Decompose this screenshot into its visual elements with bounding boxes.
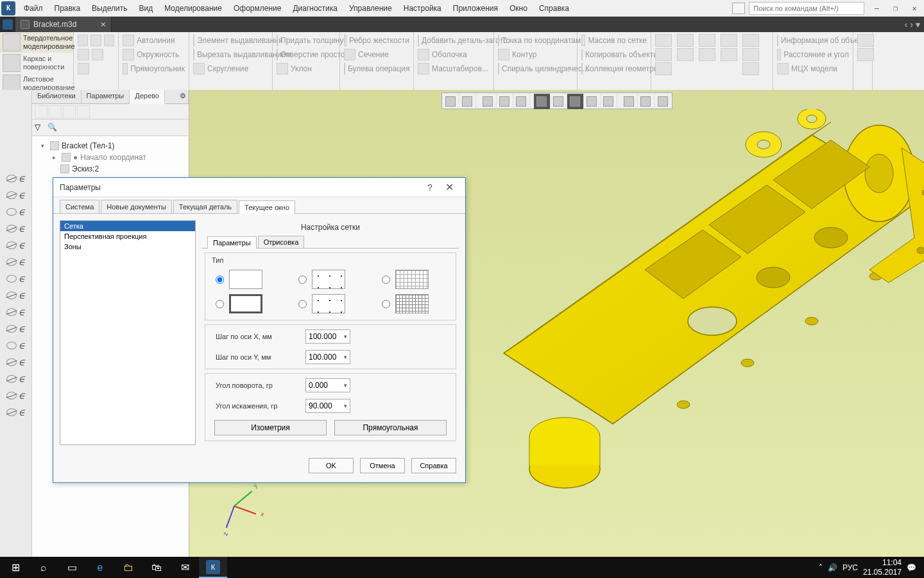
e-toggle-icon[interactable]: ∈ bbox=[18, 374, 24, 385]
tray-clock[interactable]: 11:04 21.05.2017 bbox=[863, 558, 902, 577]
tray-language[interactable]: РУС bbox=[843, 563, 858, 572]
ribbon-btn-add-part[interactable]: Добавить деталь-загото... bbox=[416, 33, 491, 48]
visibility-toggle-icon[interactable] bbox=[6, 275, 17, 283]
search-icon[interactable]: 🔍 bbox=[47, 123, 58, 133]
window-minimize-button[interactable]: — bbox=[868, 2, 885, 15]
vp-btn[interactable] bbox=[621, 94, 638, 109]
ribbon-btn-misc6[interactable] bbox=[697, 33, 717, 48]
ribbon-btn-copy-obj[interactable]: Копировать объекты bbox=[580, 48, 648, 62]
ribbon-btn-rectangle[interactable]: Прямоугольник bbox=[121, 62, 186, 76]
tray-volume-icon[interactable]: 🔊 bbox=[828, 563, 837, 572]
ribbon-btn-misc4[interactable] bbox=[676, 33, 695, 48]
vp-btn[interactable] bbox=[567, 94, 584, 109]
ribbon-btn-misc3[interactable] bbox=[654, 62, 673, 76]
doctab-nav-right-icon[interactable]: › bbox=[910, 19, 913, 30]
dialog-close-icon[interactable]: ✕ bbox=[440, 181, 459, 193]
vp-btn[interactable] bbox=[601, 94, 617, 109]
step-y-select[interactable]: 100.000▾ bbox=[305, 350, 350, 364]
ribbon-btn-spiral[interactable]: Спираль цилиндричес... bbox=[497, 62, 574, 76]
ribbon-btn-misc2[interactable] bbox=[654, 48, 673, 62]
grid-type-radio[interactable] bbox=[382, 300, 390, 308]
filter-icon[interactable]: ▽ bbox=[35, 123, 45, 133]
ribbon-btn-distance[interactable]: Расстояние и угол bbox=[776, 48, 850, 62]
tree-tb-btn[interactable] bbox=[63, 105, 76, 118]
dialog-tab-newdocs[interactable]: Новые документы bbox=[101, 200, 172, 213]
help-button[interactable]: Справка bbox=[411, 458, 456, 473]
task-view-button[interactable]: ▭ bbox=[58, 557, 86, 578]
ribbon-btn-circle[interactable]: Окружность bbox=[121, 48, 186, 62]
menu-management[interactable]: Управление bbox=[343, 1, 398, 15]
grid-type-radio[interactable] bbox=[298, 276, 307, 284]
dialog-tab-current-part[interactable]: Текущая деталь bbox=[173, 200, 237, 213]
ribbon-btn-misc12[interactable] bbox=[741, 62, 760, 76]
list-item-zones[interactable]: Зоны bbox=[60, 241, 195, 252]
ribbon-btn-misc7[interactable] bbox=[697, 48, 717, 62]
subtab-rendering[interactable]: Отрисовка bbox=[258, 236, 305, 248]
ribbon-btn-mass[interactable]: МЦХ модели bbox=[776, 62, 850, 76]
ribbon-btn-end1[interactable] bbox=[856, 33, 875, 48]
rectangular-button[interactable]: Прямоугольная bbox=[334, 420, 447, 435]
ok-button[interactable]: OK bbox=[309, 458, 354, 473]
menu-design[interactable]: Оформление bbox=[228, 1, 287, 15]
menu-window[interactable]: Окно bbox=[504, 1, 533, 15]
menu-settings[interactable]: Настройка bbox=[398, 1, 447, 15]
ribbon-btn-boolean[interactable]: Булева операция bbox=[343, 62, 411, 76]
ribbon-btn-contour[interactable]: Контур bbox=[497, 48, 574, 62]
menu-edit[interactable]: Правка bbox=[49, 1, 87, 15]
grid-type-radio[interactable] bbox=[216, 276, 224, 284]
ribbon-btn-draft[interactable]: Уклон bbox=[275, 62, 337, 76]
grid-type-option-4[interactable] bbox=[216, 294, 279, 313]
list-item-grid[interactable]: Сетка bbox=[60, 221, 195, 231]
ribbon-btn-section[interactable]: Сечение bbox=[343, 48, 411, 62]
taskbar-app-explorer[interactable]: 🗀 bbox=[114, 557, 142, 578]
e-toggle-icon[interactable]: ∈ bbox=[18, 190, 24, 201]
visibility-toggle-icon[interactable] bbox=[6, 175, 17, 182]
ribbon-btn-extrude[interactable]: Элемент выдавливания bbox=[192, 33, 270, 48]
taskbar-app-kompas[interactable]: К bbox=[199, 557, 227, 578]
ribbon-btn-hole[interactable]: Отверстие простое bbox=[275, 48, 337, 62]
doctab-nav-left-icon[interactable]: ‹ bbox=[905, 19, 908, 30]
ribbon-btn-print[interactable] bbox=[76, 48, 116, 62]
visibility-toggle-icon[interactable] bbox=[6, 208, 17, 216]
ribbon-btn-rib[interactable]: Ребро жесткости bbox=[343, 33, 411, 48]
ribbon-btn-info[interactable]: Информация об объекте bbox=[776, 33, 850, 48]
e-toggle-icon[interactable]: ∈ bbox=[18, 340, 24, 351]
visibility-toggle-icon[interactable] bbox=[6, 408, 17, 416]
ribbon-btn-props[interactable] bbox=[76, 62, 116, 76]
e-toggle-icon[interactable]: ∈ bbox=[18, 357, 24, 368]
visibility-toggle-icon[interactable] bbox=[6, 358, 17, 366]
visibility-toggle-icon[interactable] bbox=[6, 241, 17, 249]
list-item-perspective[interactable]: Перспективная проекция bbox=[60, 231, 195, 241]
ribbon-btn-shell[interactable]: Оболочка bbox=[416, 48, 491, 62]
visibility-toggle-icon[interactable] bbox=[6, 225, 17, 232]
taskbar-app-store[interactable]: 🛍 bbox=[142, 557, 171, 578]
angle-rot-select[interactable]: 0.000▾ bbox=[305, 378, 350, 392]
isometry-button[interactable]: Изометрия bbox=[214, 420, 327, 435]
ribbon-btn-scale[interactable]: Масштабиров... bbox=[416, 62, 491, 76]
grid-type-radio[interactable] bbox=[298, 300, 307, 308]
menu-diagnostics[interactable]: Диагностика bbox=[287, 1, 343, 15]
tray-chevron-icon[interactable]: ˄ bbox=[819, 563, 823, 572]
ribbon-mode-solid[interactable]: Твердотельное моделирование bbox=[0, 32, 73, 53]
ribbon-mode-wireframe[interactable]: Каркас и поверхности bbox=[0, 53, 73, 73]
tree-tb-btn[interactable] bbox=[49, 105, 62, 118]
e-toggle-icon[interactable]: ∈ bbox=[18, 207, 24, 218]
command-search-input[interactable] bbox=[749, 2, 864, 15]
menu-view[interactable]: Вид bbox=[133, 1, 158, 15]
e-toggle-icon[interactable]: ∈ bbox=[18, 240, 24, 251]
tray-notifications-icon[interactable]: 💬 bbox=[907, 563, 916, 572]
vp-btn[interactable] bbox=[551, 94, 567, 109]
menu-modeling[interactable]: Моделирование bbox=[158, 1, 228, 15]
ribbon-btn-new[interactable] bbox=[76, 33, 116, 48]
vp-btn[interactable] bbox=[654, 94, 671, 109]
tree-tb-btn[interactable] bbox=[35, 105, 47, 118]
taskbar-search[interactable]: ⌕ bbox=[30, 557, 58, 578]
e-toggle-icon[interactable]: ∈ bbox=[18, 407, 24, 418]
tab-settings-gear-icon[interactable]: ⚙ bbox=[175, 90, 189, 103]
visibility-toggle-icon[interactable] bbox=[6, 325, 17, 333]
dialog-tab-system[interactable]: Система bbox=[60, 200, 99, 213]
ribbon-btn-cut-extrude[interactable]: Вырезать выдавливанием bbox=[192, 48, 270, 62]
tab-libraries[interactable]: Библиотеки bbox=[32, 90, 81, 103]
menu-apps[interactable]: Приложения bbox=[447, 1, 504, 15]
e-toggle-icon[interactable]: ∈ bbox=[18, 257, 24, 268]
